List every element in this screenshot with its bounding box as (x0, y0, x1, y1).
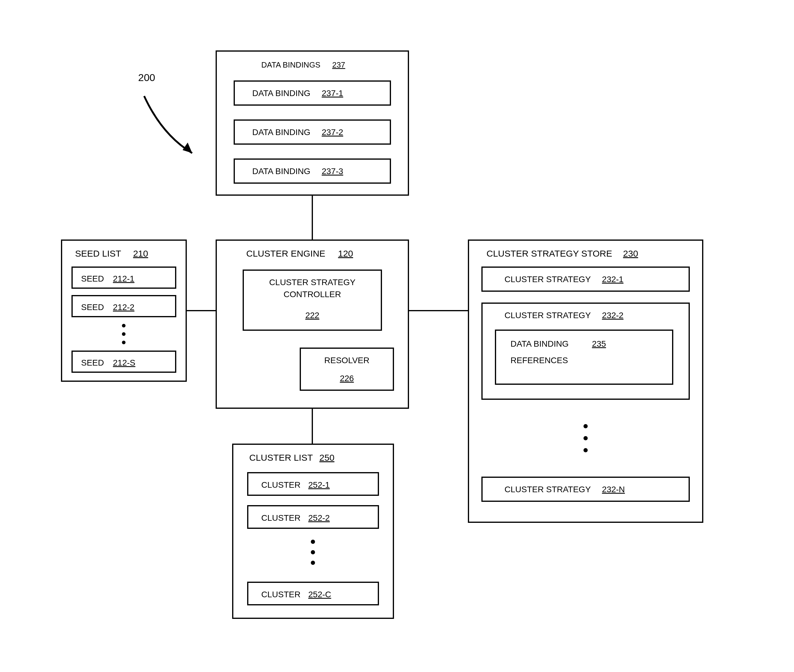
seed-list-title: SEED LIST (75, 248, 121, 258)
seed-2-ref: 212-2 (113, 302, 135, 312)
svg-text:DATA BINDING
      237-2: DATA BINDING 237-2 (252, 128, 343, 137)
svg-text:CLUSTER LIST
      250: CLUSTER LIST 250 (249, 453, 335, 462)
svg-text:SEED
      212-1: SEED 212-1 (81, 274, 135, 283)
svg-point-31 (584, 424, 588, 428)
seed-list-box: SEED LIST 210 SEED 212-1 SEED 212-2 SEED… (62, 240, 186, 381)
svg-text:DATA BINDING
      235: DATA BINDING 235 (510, 339, 606, 349)
svg-point-42 (311, 540, 315, 544)
cluster-2-label: CLUSTER (261, 513, 301, 523)
cs-n-ref: 232-N (602, 485, 625, 494)
svg-point-33 (584, 448, 588, 452)
data-bindings-ref: 237 (332, 60, 345, 69)
css-title: CLUSTER STRATEGY STORE (486, 248, 612, 258)
data-binding-2-label: DATA BINDING (252, 128, 310, 137)
controller-ref: 222 (305, 310, 319, 320)
cs-2-ref: 232-2 (602, 310, 624, 320)
cs-n-label: CLUSTER STRATEGY (505, 485, 591, 494)
svg-point-43 (311, 550, 315, 554)
diagram-canvas: 200 DATA BINDINGS 237 DATA BINDING 237-1… (0, 0, 794, 672)
data-binding-3-ref: 237-3 (322, 166, 343, 176)
cluster-c-label: CLUSTER (261, 590, 301, 599)
seed-2-label: SEED (81, 302, 104, 312)
cluster-list-title: CLUSTER LIST (249, 453, 313, 462)
seed-list-ref: 210 (133, 248, 148, 258)
svg-text:SEED
      212-2: SEED 212-2 (81, 302, 135, 312)
data-bindings-title: DATA BINDINGS (261, 60, 321, 69)
seed-s-ref: 212-S (113, 358, 135, 367)
svg-text:SEED
      212-S: SEED 212-S (81, 358, 135, 367)
svg-text:CLUSTER STRATEGY
      232-2: CLUSTER STRATEGY 232-2 (505, 310, 624, 320)
controller-line1: CLUSTER STRATEGY (269, 278, 356, 287)
cluster-list-box: CLUSTER LIST 250 CLUSTER 252-1 CLUSTER 2… (233, 444, 393, 618)
cs-1-label: CLUSTER STRATEGY (505, 275, 591, 284)
svg-point-32 (584, 436, 588, 440)
cs-1-ref: 232-1 (602, 275, 624, 284)
css-ref: 230 (623, 248, 638, 258)
svg-text:CLUSTER
      252-C: CLUSTER 252-C (261, 590, 331, 599)
svg-text:DATA BINDING
      237-1: DATA BINDING 237-1 (252, 88, 343, 98)
svg-point-14 (122, 324, 125, 328)
cluster-engine-ref: 120 (338, 248, 353, 258)
cluster-engine-title: CLUSTER ENGINE (246, 248, 325, 258)
seed-1-label: SEED (81, 274, 104, 283)
dbref-line1: DATA BINDING (510, 339, 568, 349)
cluster-engine-box: CLUSTER ENGINE 120 CLUSTER STRATEGY CONT… (216, 240, 408, 408)
svg-text:CLUSTER STRATEGY STORE
      2: CLUSTER STRATEGY STORE 230 (486, 248, 638, 258)
cluster-list-ref: 250 (319, 453, 335, 462)
cs-2-label: CLUSTER STRATEGY (505, 310, 591, 320)
svg-text:CLUSTER
      252-1: CLUSTER 252-1 (261, 480, 330, 490)
data-binding-1-label: DATA BINDING (252, 88, 310, 98)
svg-text:CLUSTER ENGINE
      120: CLUSTER ENGINE 120 (246, 248, 353, 258)
seed-s-label: SEED (81, 358, 104, 367)
callout-arrow (144, 96, 192, 153)
callout-200: 200 (138, 72, 155, 83)
svg-text:DATA BINDINGS
      237: DATA BINDINGS 237 (261, 60, 345, 69)
svg-text:CLUSTER STRATEGY
      232-1: CLUSTER STRATEGY 232-1 (505, 275, 624, 284)
dbref-line2: REFERENCES (510, 356, 568, 365)
resolver-label: RESOLVER (324, 356, 369, 365)
cluster-1-ref: 252-1 (308, 480, 330, 490)
dbref-ref: 235 (592, 339, 606, 349)
svg-point-44 (311, 561, 315, 565)
data-binding-2-ref: 237-2 (322, 128, 343, 137)
svg-rect-19 (216, 240, 408, 408)
data-binding-1-ref: 237-1 (322, 88, 343, 98)
svg-text:CLUSTER STRATEGY
      232-N: CLUSTER STRATEGY 232-N (505, 485, 625, 494)
cluster-c-ref: 252-C (308, 590, 331, 599)
svg-rect-22 (300, 348, 393, 390)
svg-point-16 (122, 341, 125, 344)
cluster-strategy-store-box: CLUSTER STRATEGY STORE 230 CLUSTER STRAT… (468, 240, 703, 522)
svg-text:SEED LIST
      210: SEED LIST 210 (75, 248, 148, 258)
resolver-ref: 226 (340, 374, 354, 383)
data-bindings-box: DATA BINDINGS 237 DATA BINDING 237-1 DAT… (216, 51, 408, 195)
cluster-2-ref: 252-2 (308, 513, 330, 523)
svg-point-15 (122, 332, 125, 336)
cluster-1-label: CLUSTER (261, 480, 301, 490)
seed-1-ref: 212-1 (113, 274, 135, 283)
svg-text:DATA BINDING
      237-3: DATA BINDING 237-3 (252, 166, 343, 176)
data-binding-3-label: DATA BINDING (252, 166, 310, 176)
controller-line2: CONTROLLER (284, 290, 341, 299)
svg-text:CLUSTER
      252-2: CLUSTER 252-2 (261, 513, 330, 523)
